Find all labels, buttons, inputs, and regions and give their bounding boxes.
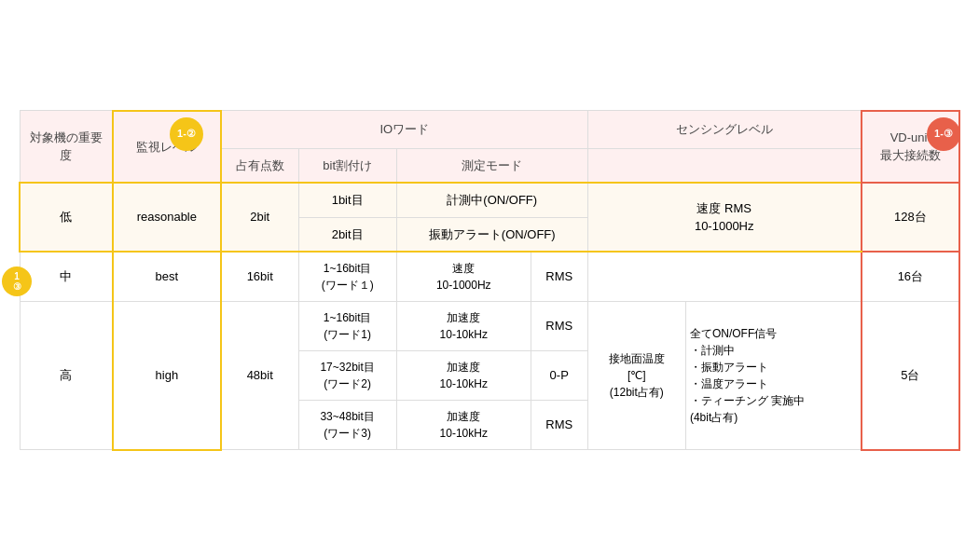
row-medium: 中 best 16bit 1~16bit目(ワード１) 速度10-1000Hz … <box>20 252 959 302</box>
badge-1-3: 1-③ <box>927 117 960 151</box>
h-sensing-sub <box>587 148 862 183</box>
table-container: 1-② 1-③ 1③ 対象機の重要度 監視レベル IOワード センシングレベル … <box>19 110 960 451</box>
low-bit-1: 1bit目 <box>298 183 396 217</box>
high-monitor: high <box>113 302 221 450</box>
h-bits: 占有点数 <box>221 148 298 183</box>
main-table: 対象機の重要度 監視レベル IOワード センシングレベル VD-unit最大接続… <box>19 110 960 451</box>
med-mode: RMS <box>531 252 587 302</box>
low-bit-2: 2bit目 <box>298 217 396 252</box>
side-badge: 1③ <box>2 266 32 296</box>
h-sensing: センシングレベル <box>587 111 862 149</box>
header-row-1: 対象機の重要度 監視レベル IOワード センシングレベル VD-unit最大接続… <box>20 111 959 149</box>
high-importance: 高 <box>20 302 113 450</box>
high-sensing-left: 接地面温度[℃](12bit占有) <box>587 302 685 450</box>
med-measure: 速度10-1000Hz <box>396 252 531 302</box>
h-io: IOワード <box>221 111 587 149</box>
med-vd: 16台 <box>862 252 959 302</box>
row-high-1: 高 high 48bit 1~16bit目(ワード1) 加速度10-10kHz … <box>20 302 959 351</box>
row-low-1: 低 reasonable 2bit 1bit目 計測中(ON/OFF) 速度 R… <box>20 183 959 217</box>
high-bit-3: 33~48bit目(ワード3) <box>298 401 396 450</box>
low-monitor: reasonable <box>113 183 221 252</box>
high-measure-1: 加速度10-10kHz <box>396 302 531 351</box>
low-measure-1: 計測中(ON/OFF) <box>396 183 587 217</box>
high-mode-1: RMS <box>531 302 587 351</box>
high-bits: 48bit <box>221 302 298 450</box>
low-bits: 2bit <box>221 183 298 252</box>
high-bit-2: 17~32bit目(ワード2) <box>298 351 396 401</box>
med-importance: 中 <box>20 252 113 302</box>
high-mode-2: 0-P <box>531 351 587 401</box>
high-bit-1: 1~16bit目(ワード1) <box>298 302 396 351</box>
low-vd: 128台 <box>862 183 959 252</box>
badge-1-2: 1-② <box>170 117 203 151</box>
h-measure: 測定モード <box>396 148 587 183</box>
med-bits: 16bit <box>221 252 298 302</box>
med-sensing <box>587 252 862 302</box>
high-vd: 5台 <box>862 302 959 450</box>
high-measure-3: 加速度10-10kHz <box>396 401 531 450</box>
h-monitor: 監視レベル <box>113 111 221 184</box>
high-sensing-right: 全てON/OFF信号・計測中・振動アラート・温度アラート・ティーチング 実施中(… <box>685 302 861 450</box>
low-measure-2: 振動アラート(ON/OFF) <box>396 217 587 252</box>
h-importance: 対象機の重要度 <box>20 111 113 184</box>
med-monitor: best <box>113 252 221 302</box>
high-mode-3: RMS <box>531 401 587 450</box>
med-bit-assign: 1~16bit目(ワード１) <box>298 252 396 302</box>
low-sensing: 速度 RMS10-1000Hz <box>587 183 862 252</box>
high-measure-2: 加速度10-10kHz <box>396 351 531 401</box>
h-bit-assign: bit割付け <box>298 148 396 183</box>
low-importance: 低 <box>20 183 113 252</box>
